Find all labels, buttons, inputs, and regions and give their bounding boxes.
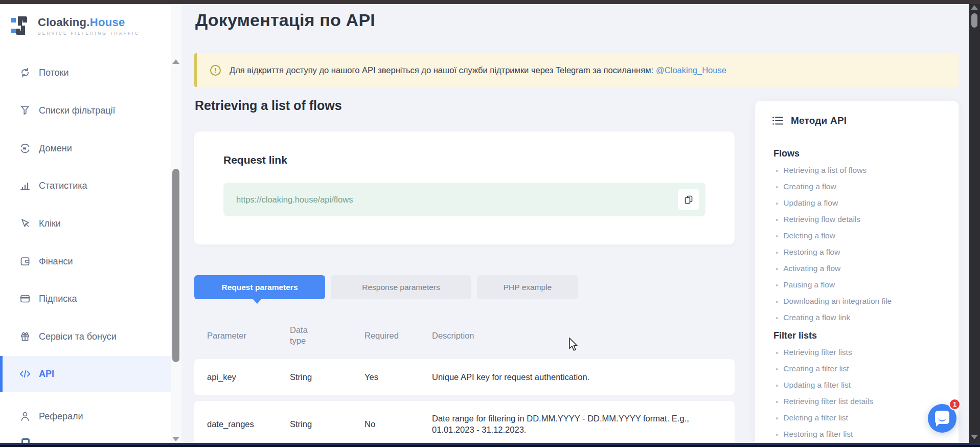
smile-icon (938, 417, 946, 421)
sidebar: Cloaking.House SERVICE FILTERING TRAFFIC… (0, 4, 171, 443)
request-link-card: Request link https://cloaking.house/api/… (194, 131, 735, 244)
table-header: Parameter Data type Required Description (194, 318, 735, 353)
sidebar-item-label: Статистика (39, 181, 87, 191)
method-link[interactable]: •Activating a flow (755, 260, 959, 277)
cell-parameter: date_ranges (207, 419, 290, 429)
cell-required: Yes (364, 372, 432, 382)
sidebar-item-finance[interactable]: Фінанси (0, 243, 171, 279)
sidebar-item-api[interactable]: API (0, 356, 171, 392)
bullet: • (776, 215, 778, 224)
page-title: Документація по API (195, 10, 375, 30)
copy-button[interactable] (678, 189, 699, 210)
sidebar-scrollbar[interactable] (171, 4, 181, 443)
chat-widget-button[interactable]: 1 (928, 404, 956, 433)
logo-icon (11, 14, 32, 37)
tab-label: Request parameters (221, 283, 298, 292)
bullet: • (776, 183, 778, 191)
tab-label: PHP example (504, 283, 552, 292)
bullet: • (776, 381, 778, 390)
cell-description: Date range for filtering in DD.MM.YYYY -… (432, 413, 703, 436)
scroll-down-arrow-icon[interactable] (172, 437, 179, 441)
method-link[interactable]: •Creating a flow (755, 178, 959, 195)
scroll-up-arrow-icon[interactable] (172, 59, 179, 64)
methods-group-filter-lists: Filter lists (773, 330, 959, 341)
sidebar-item-label: Списки фільтрації (39, 105, 116, 116)
cell-data-type: String (290, 372, 364, 382)
tab-php-example[interactable]: PHP example (477, 275, 578, 299)
parameter-tabs: Request parameters Response parameters P… (194, 275, 578, 299)
window-top-edge (0, 0, 980, 4)
bullet: • (776, 248, 778, 257)
sidebar-item-flows[interactable]: Потоки (0, 55, 171, 91)
gift-icon (19, 331, 31, 342)
methods-title-row: Методи API (772, 115, 959, 126)
tab-response-parameters[interactable]: Response parameters (331, 275, 471, 299)
browser-scrollbar[interactable] (969, 0, 980, 447)
tab-request-parameters[interactable]: Request parameters (194, 275, 325, 299)
sidebar-item-domains[interactable]: Домени (0, 130, 171, 166)
scrollbar-thumb[interactable] (971, 13, 977, 28)
sidebar-item-label: Сервіси та бонуси (39, 331, 117, 342)
bullet: • (776, 264, 778, 273)
bullet: • (776, 348, 778, 357)
method-link[interactable]: •Retrieving a list of flows (755, 162, 959, 178)
method-link[interactable]: •Downloading an integration file (755, 293, 959, 309)
copy-icon (684, 195, 693, 204)
methods-title: Методи API (791, 115, 847, 126)
sidebar-item-label: Реферали (39, 411, 83, 422)
scroll-down-arrow-icon[interactable] (971, 435, 978, 439)
sidebar-item-clicks[interactable]: Кліки (0, 206, 171, 241)
bullet: • (776, 397, 778, 406)
method-link[interactable]: •Restoring a filter list (755, 426, 959, 442)
mouse-cursor (568, 338, 579, 352)
methods-list-flows: •Retrieving a list of flows •Creating a … (755, 162, 959, 326)
col-required: Required (364, 331, 432, 341)
method-link[interactable]: •Retrieving flow details (755, 211, 959, 228)
banner-text: Для відкриття доступу до нашого API звер… (230, 65, 653, 75)
method-link[interactable]: •Deleting a flow (755, 228, 959, 244)
scroll-up-arrow-icon[interactable] (971, 5, 978, 10)
table-row: date_ranges String No Date range for fil… (194, 401, 735, 447)
request-url-field[interactable]: https://cloaking.house/api/flows (223, 183, 705, 216)
method-link[interactable]: •Updating a filter list (755, 377, 959, 393)
cell-description: Unique API key for request authenticatio… (432, 371, 703, 383)
bullet: • (776, 365, 778, 373)
col-parameter: Parameter (207, 331, 290, 341)
col-data-type: Data type (290, 325, 316, 346)
method-link[interactable]: •Updating a flow (755, 195, 959, 211)
sidebar-item-label: Потоки (39, 68, 69, 78)
sidebar-item-label: Фінанси (39, 256, 73, 267)
globe-icon (19, 143, 31, 154)
sidebar-item-label: API (39, 369, 54, 379)
logo[interactable]: Cloaking.House SERVICE FILTERING TRAFFIC (11, 14, 140, 37)
bullet: • (776, 430, 778, 439)
scrollbar-thumb[interactable] (172, 169, 179, 362)
wallet-icon (19, 256, 31, 267)
sidebar-item-statistics[interactable]: Статистика (0, 168, 171, 204)
sidebar-item-label: Підписка (39, 294, 77, 304)
bullet: • (776, 414, 778, 422)
sidebar-item-filter-lists[interactable]: Списки фільтрації (0, 93, 171, 128)
cursor-icon (19, 218, 31, 229)
method-link[interactable]: •Creating a filter list (755, 361, 959, 377)
bullet: • (776, 199, 778, 208)
method-link[interactable]: •Creating a flow link (755, 309, 959, 326)
bullet: • (776, 281, 778, 289)
table-row: api_key String Yes Unique API key for re… (194, 359, 735, 395)
chat-icon (935, 411, 949, 424)
api-methods-panel: Методи API Flows •Retrieving a list of f… (755, 101, 959, 447)
methods-list-filter-lists: •Retrieving filter lists •Creating a fil… (755, 344, 959, 442)
funnel-icon (19, 105, 31, 116)
telegram-link[interactable]: @Cloaking_House (656, 65, 726, 75)
credit-card-icon (19, 293, 31, 304)
sidebar-item-services[interactable]: Сервіси та бонуси (0, 319, 171, 354)
method-link[interactable]: •Retrieving filter list details (755, 393, 959, 410)
method-link[interactable]: •Retrieving filter lists (755, 344, 959, 361)
method-link[interactable]: •Pausing a flow (755, 277, 959, 293)
method-link[interactable]: •Restoring a flow (755, 244, 959, 260)
bullet: • (776, 166, 778, 175)
methods-group-flows: Flows (773, 148, 959, 159)
sidebar-item-subscription[interactable]: Підписка (0, 281, 171, 317)
sidebar-item-referrals[interactable]: Реферали (0, 398, 171, 434)
col-description: Description (432, 331, 735, 341)
